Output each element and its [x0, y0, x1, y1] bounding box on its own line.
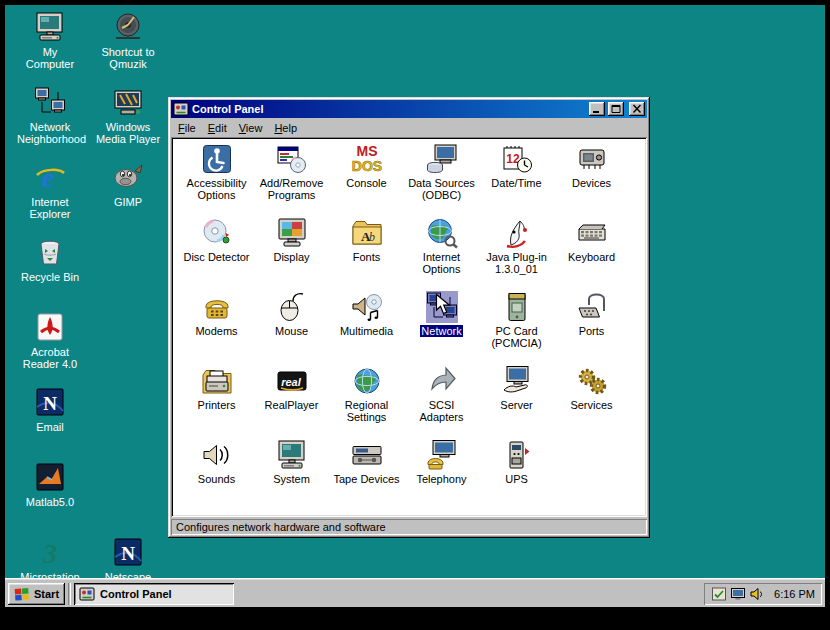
desktop-icon[interactable]: Recycle Bin	[15, 236, 85, 311]
control-panel-item-label: Disc Detector	[182, 251, 250, 263]
control-panel-item[interactable]: Regional Settings	[329, 365, 404, 439]
control-panel-item[interactable]: UPS	[479, 439, 554, 513]
maximize-button[interactable]	[608, 102, 624, 116]
control-panel-item-label: Java Plug-in 1.3.0_01	[481, 251, 553, 275]
control-panel-item-label: Add/Remove Programs	[256, 177, 328, 201]
start-button[interactable]: Start	[8, 583, 65, 605]
regional-settings-icon	[351, 365, 383, 397]
control-panel-item[interactable]: Sounds	[179, 439, 254, 513]
tape-devices-icon	[351, 439, 383, 471]
date-time-icon: 12	[501, 143, 533, 175]
window-titlebar[interactable]: Control Panel	[171, 100, 647, 118]
control-panel-item[interactable]: Mouse	[254, 291, 329, 365]
desktop-icon[interactable]: N Email	[15, 386, 85, 461]
desktop-icon-label: Internet Explorer	[17, 196, 83, 220]
control-panel-item[interactable]: 12 Date/Time	[479, 143, 554, 217]
control-panel-item-label: Telephony	[415, 473, 467, 485]
my-computer-icon	[34, 11, 66, 43]
control-panel-item-label: Network	[420, 325, 462, 337]
desktop: My Computer Network Neighborhood e Inter…	[5, 5, 825, 607]
desktop-icon[interactable]: Network Neighborhood	[15, 86, 85, 161]
tray-volume-icon[interactable]	[749, 586, 765, 602]
desktop-icon[interactable]: GIMP	[93, 161, 163, 236]
devices-icon	[576, 143, 608, 175]
control-panel-item[interactable]: MSDOS Console	[329, 143, 404, 217]
control-panel-item-label: Mouse	[274, 325, 309, 337]
network-icon	[426, 291, 458, 323]
svg-text:e: e	[42, 162, 54, 193]
desktop-icon[interactable]: My Computer	[15, 11, 85, 86]
control-panel-item[interactable]: Devices	[554, 143, 629, 217]
control-panel-item[interactable]: Telephony	[404, 439, 479, 513]
desktop-icon-label: Network Neighborhood	[17, 121, 83, 145]
control-panel-item-label: Data Sources (ODBC)	[406, 177, 478, 201]
control-panel-item-label: Sounds	[197, 473, 236, 485]
sounds-icon	[201, 439, 233, 471]
control-panel-item-label: System	[272, 473, 311, 485]
control-panel-item[interactable]: Data Sources (ODBC)	[404, 143, 479, 217]
desktop-icon-label: GIMP	[114, 196, 142, 208]
control-panel-item[interactable]: Tape Devices	[329, 439, 404, 513]
control-panel-item[interactable]: Keyboard	[554, 217, 629, 291]
control-panel-icon-grid: Accessibility Options Add/Remove Program…	[171, 137, 647, 517]
desktop-icon[interactable]: Matlab5.0	[15, 461, 85, 536]
taskbar-clock[interactable]: 6:16 PM	[774, 588, 815, 600]
desktop-icon[interactable]: Shortcut to Qmuzik	[93, 11, 163, 86]
menu-item[interactable]: Edit	[202, 120, 233, 136]
control-panel-item[interactable]: PC Card (PCMCIA)	[479, 291, 554, 365]
add-remove-programs-icon	[276, 143, 308, 175]
keyboard-icon	[576, 217, 608, 249]
control-panel-item[interactable]: Java Plug-in 1.3.0_01	[479, 217, 554, 291]
mouse-icon	[276, 291, 308, 323]
control-panel-item[interactable]: Accessibility Options	[179, 143, 254, 217]
console-icon: MSDOS	[351, 143, 383, 175]
control-panel-item[interactable]: Ports	[554, 291, 629, 365]
control-panel-item[interactable]: Disc Detector	[179, 217, 254, 291]
control-panel-item[interactable]: Multimedia	[329, 291, 404, 365]
ups-icon	[501, 439, 533, 471]
desktop-icon[interactable]: Acrobat Reader 4.0	[15, 311, 85, 386]
control-panel-item[interactable]: System	[254, 439, 329, 513]
menu-item[interactable]: File	[172, 120, 202, 136]
control-panel-item[interactable]: Network	[404, 291, 479, 365]
menu-item[interactable]: Help	[268, 120, 303, 136]
java-plugin-icon	[501, 217, 533, 249]
control-panel-item-label: UPS	[504, 473, 529, 485]
control-panel-item[interactable]: Printers	[179, 365, 254, 439]
email-icon: N	[34, 386, 66, 418]
desktop-icon[interactable]: Windows Media Player	[93, 86, 163, 161]
tray-schedule-icon[interactable]	[711, 586, 727, 602]
taskbar-task-label: Control Panel	[100, 588, 172, 600]
internet-options-icon	[426, 217, 458, 249]
desktop-icons-column-2: Shortcut to Qmuzik Windows Media Player …	[93, 11, 163, 236]
control-panel-item[interactable]: Services	[554, 365, 629, 439]
control-panel-item[interactable]: SCSI Adapters	[404, 365, 479, 439]
control-panel-item[interactable]: Server	[479, 365, 554, 439]
minimize-button[interactable]	[589, 102, 605, 116]
server-icon	[501, 365, 533, 397]
matlab-icon	[34, 461, 66, 493]
tray-display-icon[interactable]	[730, 586, 746, 602]
desktop-icon-label: Windows Media Player	[95, 121, 161, 145]
menu-bar: File Edit View Help	[171, 118, 647, 137]
control-panel-item-label: Accessibility Options	[181, 177, 253, 201]
control-panel-item[interactable]: Modems	[179, 291, 254, 365]
control-panel-item[interactable]: Ab Fonts	[329, 217, 404, 291]
taskbar: Start Control Panel 6:16 PM	[5, 579, 825, 607]
tray-icons	[711, 586, 765, 602]
status-text: Configures network hardware and software	[176, 521, 386, 533]
control-panel-item[interactable]: Internet Options	[404, 217, 479, 291]
control-panel-item-label: Modems	[194, 325, 238, 337]
desktop-icon-label: Email	[36, 421, 64, 433]
desktop-icon[interactable]: e Internet Explorer	[15, 161, 85, 236]
system-icon	[276, 439, 308, 471]
control-panel-item[interactable]: real RealPlayer	[254, 365, 329, 439]
taskbar-divider	[68, 583, 71, 605]
control-panel-item[interactable]: Add/Remove Programs	[254, 143, 329, 217]
control-panel-item[interactable]: Display	[254, 217, 329, 291]
control-panel-item-label: Printers	[197, 399, 237, 411]
menu-item[interactable]: View	[233, 120, 269, 136]
taskbar-task-control-panel[interactable]: Control Panel	[74, 583, 234, 605]
control-panel-item-label: Ports	[578, 325, 606, 337]
close-button[interactable]	[629, 102, 645, 116]
